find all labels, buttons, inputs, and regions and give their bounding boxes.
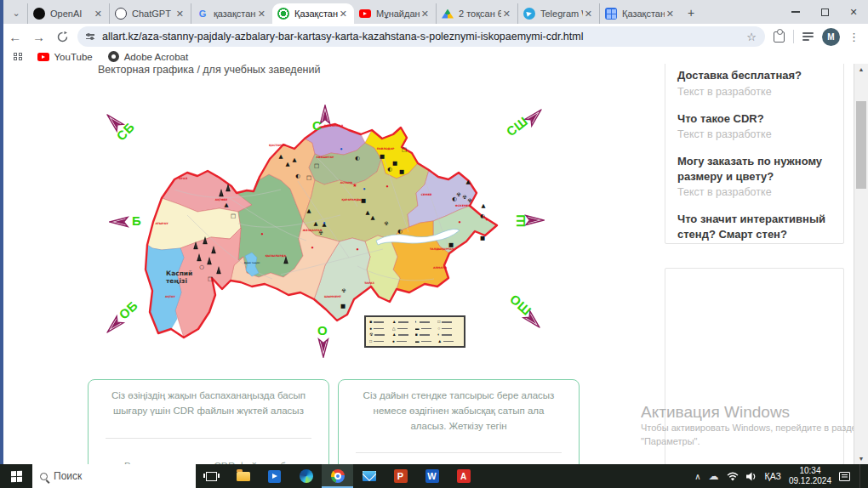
city-label: ШЫМКЕНТ xyxy=(324,295,342,298)
maximize-button[interactable] xyxy=(810,0,839,24)
browser-menu-icon[interactable]: ⋮ xyxy=(848,31,859,43)
tab-kazakstandagy[interactable]: Қазақстандағы ✕ xyxy=(599,3,681,24)
mineral-icon: ■ xyxy=(340,303,345,309)
tab-chatgpt[interactable]: ChatGPT ✕ xyxy=(109,3,191,24)
taskbar-clock[interactable]: 10:34 09.12.2024 xyxy=(789,466,831,487)
reload-icon[interactable] xyxy=(54,26,71,47)
mail-button[interactable] xyxy=(353,464,385,488)
mineral-icon: ◐ xyxy=(295,173,300,179)
tab-drive[interactable]: 2 тоқсан 6 апта ✕ xyxy=(436,3,517,24)
tab-openai[interactable]: OpenAI ✕ xyxy=(27,3,109,24)
city-label: ҚАРАҒАНДЫ xyxy=(341,198,362,201)
tab-close-icon[interactable]: ✕ xyxy=(583,9,594,20)
legend-item: □ xyxy=(369,339,392,343)
language-indicator[interactable]: ҚАЗ xyxy=(765,471,781,481)
mineral-icon: ▲ xyxy=(314,220,318,227)
tab-close-icon[interactable]: ✕ xyxy=(174,9,186,20)
scroll-down-icon[interactable]: ▼ xyxy=(854,456,868,462)
search-placeholder: Поиск xyxy=(54,470,82,482)
card-divider xyxy=(106,438,311,439)
hidden-icons-chevron[interactable]: ∧ xyxy=(694,472,700,481)
tab-youtube[interactable]: Мұнайдан қанд ✕ xyxy=(354,3,436,24)
chatgpt-favicon xyxy=(115,8,127,20)
tab-telegram[interactable]: Telegram Web ✕ xyxy=(517,3,599,24)
mineral-icon: ● xyxy=(357,247,359,251)
mineral-icon: ★ xyxy=(352,182,357,188)
mineral-icon: ● xyxy=(340,147,343,150)
legend-label-line xyxy=(421,328,431,330)
background-window-edge xyxy=(0,0,3,464)
profile-avatar[interactable]: M xyxy=(822,28,840,46)
legend-icon: ▲ xyxy=(392,332,397,337)
youtube-favicon xyxy=(359,9,371,18)
tab-title: қазақстанның п xyxy=(214,9,256,19)
mineral-icon: ☢ xyxy=(462,194,466,200)
legend-item: ◐ xyxy=(437,332,460,337)
tab-search-chevron-icon[interactable]: ⌄ xyxy=(7,3,26,22)
legend-icon: ○ xyxy=(437,326,440,331)
city-label: ҚЫЗЫЛОРДА xyxy=(266,254,287,258)
volume-icon[interactable] xyxy=(746,472,757,481)
mineral-icon: ■ xyxy=(392,160,397,167)
compass-ne: СШ xyxy=(505,106,548,145)
bookmarks-bar: YouTube Adobe Acrobat xyxy=(0,49,868,64)
chrome-icon xyxy=(331,469,345,483)
powerpoint-button[interactable]: P xyxy=(385,464,416,488)
task-view-button[interactable] xyxy=(196,464,227,488)
taskbar-search[interactable]: Поиск xyxy=(32,464,196,488)
clock-time: 10:34 xyxy=(799,466,820,475)
extensions-icon[interactable] xyxy=(774,31,785,43)
tab-google-search[interactable]: G қазақстанның п ✕ xyxy=(191,3,272,24)
bookmark-adobe-acrobat[interactable]: Adobe Acrobat xyxy=(108,51,188,62)
site-info-icon[interactable] xyxy=(86,34,94,39)
movies-tv-button[interactable] xyxy=(259,464,290,488)
compass-e: Ш xyxy=(514,207,557,246)
apps-grid-icon[interactable] xyxy=(14,53,22,61)
file-explorer-button[interactable] xyxy=(227,464,259,488)
mineral-icon: ■ xyxy=(480,235,485,241)
word-icon: W xyxy=(425,469,439,483)
start-button[interactable] xyxy=(0,464,32,488)
legend-label-line xyxy=(442,321,452,323)
wifi-icon[interactable] xyxy=(727,472,739,481)
close-button[interactable]: ✕ xyxy=(839,0,868,24)
city-label: АТЫРАУ xyxy=(155,222,168,225)
forward-icon[interactable]: → xyxy=(31,26,48,47)
address-bar[interactable]: allart.kz/aza-stanny-pajdaly-azbalary-ba… xyxy=(77,26,765,47)
legend-label-line xyxy=(374,341,384,343)
mineral-icon: ■ xyxy=(399,168,404,175)
tab-close-icon[interactable]: ✕ xyxy=(338,9,349,20)
onedrive-cloud-icon[interactable]: ☁ xyxy=(709,470,719,482)
tab-close-icon[interactable]: ✕ xyxy=(501,9,512,20)
mineral-icon: ■ xyxy=(448,241,454,248)
tab-close-icon[interactable]: ✕ xyxy=(420,9,431,20)
legend-icon: ◐ xyxy=(437,332,440,337)
reading-list-icon[interactable] xyxy=(802,32,814,41)
mineral-icon: ● xyxy=(459,220,461,224)
tab-allart-active[interactable]: Қазақстанның п ✕ xyxy=(272,3,354,24)
tab-close-icon[interactable]: ✕ xyxy=(665,9,676,20)
page-scrollbar[interactable]: ▲ ▼ xyxy=(854,64,868,464)
toolbar-separator xyxy=(793,30,794,43)
minimize-button[interactable] xyxy=(781,0,810,24)
edge-button[interactable] xyxy=(290,464,322,488)
windows-taskbar: Поиск P W A ∧ ☁ ҚАЗ 10:34 09.12.2024 xyxy=(0,464,868,488)
action-center-icon[interactable] xyxy=(839,472,850,481)
scrollbar-thumb[interactable] xyxy=(856,101,866,189)
word-button[interactable]: W xyxy=(416,464,448,488)
tab-close-icon[interactable]: ✕ xyxy=(93,9,104,20)
acrobat-button[interactable]: A xyxy=(448,464,479,488)
chrome-button[interactable] xyxy=(322,464,353,488)
legend-label-line xyxy=(397,341,407,343)
url-text[interactable]: allart.kz/aza-stanny-pajdaly-azbalary-ba… xyxy=(102,31,741,43)
show-desktop-button[interactable] xyxy=(859,464,863,488)
bookmark-star-icon[interactable]: ☆ xyxy=(746,31,757,43)
openai-favicon xyxy=(33,8,45,20)
tab-close-icon[interactable]: ✕ xyxy=(256,9,267,20)
scroll-up-icon[interactable]: ▲ xyxy=(854,66,868,72)
new-tab-button[interactable]: + xyxy=(681,3,701,23)
legend-label-line xyxy=(421,341,431,343)
city-label: СЕМЕЙ xyxy=(421,193,432,196)
back-icon[interactable]: ← xyxy=(7,26,24,47)
bookmark-youtube[interactable]: YouTube xyxy=(37,52,93,62)
